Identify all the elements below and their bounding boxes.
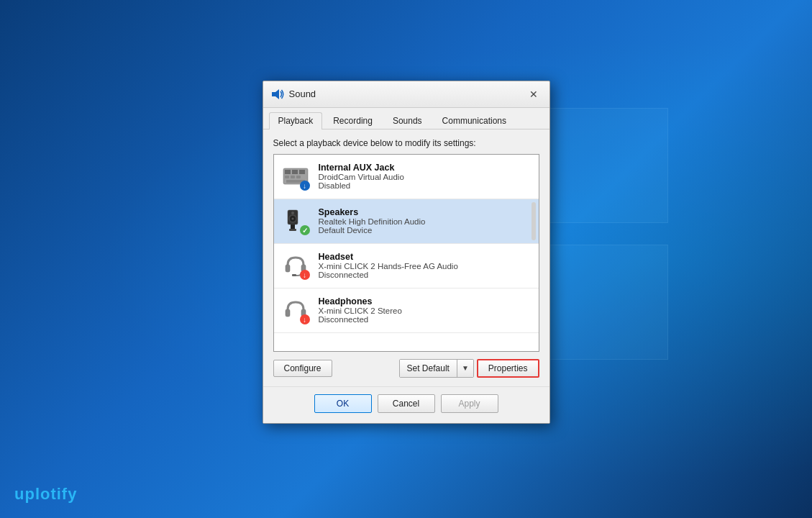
headset-name: Headset — [319, 252, 533, 262]
bottom-button-row: Configure Set Default ▼ Properties — [273, 359, 539, 378]
headset-status: Disconnected — [319, 271, 533, 279]
device-item-headset[interactable]: ↓ Headset X-mini CLICK 2 Hands-Free AG A… — [274, 244, 539, 288]
headset-icon-area: ↓ — [280, 250, 311, 281]
aux-info: Internal AUX Jack DroidCam Virtual Audio… — [319, 163, 533, 190]
svg-rect-3 — [292, 170, 298, 174]
headset-driver: X-mini CLICK 2 Hands-Free AG Audio — [319, 262, 533, 271]
svg-rect-4 — [299, 170, 305, 174]
speakers-status: Default Device — [319, 226, 533, 235]
headset-info: Headset X-mini CLICK 2 Hands-Free AG Aud… — [319, 252, 533, 279]
sound-dialog: Sound ✕ Playback Recording Sounds Commun… — [263, 81, 550, 424]
speakers-info: Speakers Realtek High Definition Audio D… — [319, 207, 533, 235]
device-item-speakers[interactable]: ✓ Speakers Realtek High Definition Audio… — [274, 199, 539, 244]
svg-rect-5 — [285, 176, 289, 178]
dialog-body: Select a playback device below to modify… — [263, 130, 549, 386]
headphones-status: Disconnected — [319, 315, 533, 324]
speakers-icon-area: ✓ — [280, 205, 311, 237]
tab-communications[interactable]: Communications — [433, 112, 516, 129]
headphones-icon-area: ↓ — [280, 294, 311, 326]
svg-rect-7 — [296, 176, 301, 178]
dialog-titlebar: Sound ✕ — [263, 81, 549, 108]
ok-button[interactable]: OK — [314, 394, 372, 413]
aux-icon-area: ↓ — [280, 160, 311, 192]
device-item-aux[interactable]: ↓ Internal AUX Jack DroidCam Virtual Aud… — [274, 155, 539, 199]
apply-button[interactable]: Apply — [441, 394, 498, 413]
configure-button[interactable]: Configure — [273, 360, 332, 377]
svg-rect-19 — [286, 309, 290, 317]
instruction-text: Select a playback device below to modify… — [273, 138, 539, 148]
speakers-driver: Realtek High Definition Audio — [319, 217, 533, 226]
title-left: Sound — [270, 87, 316, 101]
set-default-dropdown[interactable]: ▼ — [457, 360, 473, 377]
svg-point-12 — [291, 218, 293, 220]
aux-driver: DroidCam Virtual Audio — [319, 173, 533, 181]
set-default-group: Set Default ▼ — [399, 359, 474, 378]
svg-marker-0 — [272, 89, 279, 99]
properties-button[interactable]: Properties — [477, 359, 539, 378]
svg-rect-18 — [292, 274, 296, 276]
ok-cancel-apply-row: OK Cancel Apply — [263, 386, 549, 423]
svg-rect-2 — [285, 170, 291, 174]
device-list[interactable]: ↓ Internal AUX Jack DroidCam Virtual Aud… — [273, 154, 539, 352]
tab-sounds[interactable]: Sounds — [383, 112, 432, 129]
speakers-status-badge: ✓ — [300, 225, 310, 235]
dialog-overlay: Sound ✕ Playback Recording Sounds Commun… — [0, 0, 812, 518]
speakers-name: Speakers — [319, 207, 533, 217]
sound-dialog-icon — [270, 87, 285, 101]
svg-rect-6 — [291, 176, 295, 178]
aux-status: Disabled — [319, 181, 533, 190]
cancel-button[interactable]: Cancel — [378, 394, 435, 413]
svg-point-13 — [291, 212, 294, 214]
headset-status-badge: ↓ — [300, 270, 310, 280]
aux-status-badge: ↓ — [300, 181, 310, 191]
svg-rect-14 — [291, 224, 295, 229]
svg-rect-15 — [289, 229, 296, 231]
right-button-group: Set Default ▼ Properties — [399, 359, 539, 378]
headphones-name: Headphones — [319, 296, 533, 306]
device-item-headphones[interactable]: ↓ Headphones X-mini CLICK 2 Stereo Disco… — [274, 288, 539, 333]
set-default-button[interactable]: Set Default — [400, 360, 457, 377]
tab-playback[interactable]: Playback — [269, 112, 323, 130]
headphones-info: Headphones X-mini CLICK 2 Stereo Disconn… — [319, 296, 533, 324]
headphones-driver: X-mini CLICK 2 Stereo — [319, 306, 533, 315]
dialog-title-text: Sound — [289, 88, 316, 99]
close-button[interactable]: ✕ — [525, 87, 542, 101]
tab-recording[interactable]: Recording — [324, 112, 382, 129]
headphones-status-badge: ↓ — [300, 314, 310, 324]
scrollbar[interactable] — [532, 202, 536, 240]
svg-rect-16 — [286, 265, 290, 272]
aux-name: Internal AUX Jack — [319, 163, 533, 173]
tabs-container: Playback Recording Sounds Communications — [263, 108, 549, 130]
